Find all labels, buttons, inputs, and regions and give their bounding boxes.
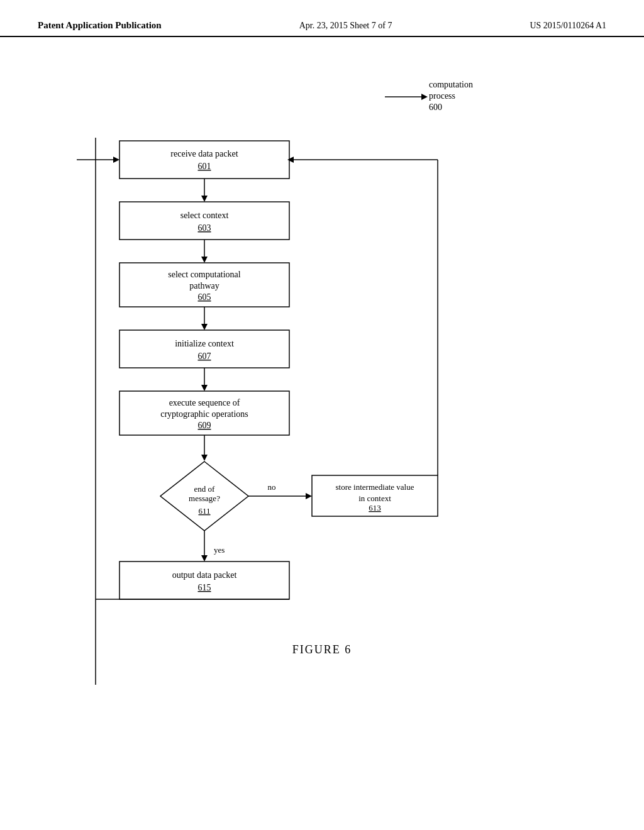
- box-601-text: receive data packet: [170, 149, 238, 158]
- computation-process-number: 600: [429, 102, 442, 112]
- box-601-rect: [119, 141, 289, 179]
- header-publication-type: Patent Application Publication: [38, 20, 162, 31]
- box-605-label: 605: [198, 292, 211, 302]
- box-603-text: select context: [180, 211, 229, 220]
- arrow-609-611-head: [201, 455, 208, 461]
- diamond-611-label: 611: [198, 506, 210, 516]
- diamond-611-text2: message?: [189, 494, 220, 503]
- box-605-text2: pathway: [189, 281, 219, 290]
- diagram-content: computation process 600 receive data pac…: [0, 37, 644, 741]
- box-603-rect: [119, 202, 289, 240]
- diamond-611-text1: end of: [194, 484, 216, 494]
- no-arrowhead: [306, 493, 312, 499]
- flowchart-svg: computation process 600 receive data pac…: [39, 50, 605, 729]
- box-615-text: output data packet: [172, 570, 237, 580]
- process-label-arrowhead: [421, 94, 428, 100]
- header-patent-number: US 2015/0110264 A1: [530, 21, 606, 31]
- page-header: Patent Application Publication Apr. 23, …: [0, 0, 644, 37]
- box-615-label: 615: [198, 583, 211, 592]
- arrow-603-605-head: [201, 257, 208, 263]
- figure-caption: FIGURE 6: [292, 643, 352, 656]
- computation-process-label2: process: [429, 91, 455, 101]
- header-date-sheet: Apr. 23, 2015 Sheet 7 of 7: [299, 21, 392, 31]
- box-609-text1: execute sequence of: [169, 398, 240, 407]
- computation-process-label: computation: [429, 80, 473, 89]
- yes-label: yes: [214, 545, 225, 555]
- box-613-text2: in context: [358, 494, 391, 503]
- yes-arrowhead: [201, 555, 208, 562]
- arrow-607-609-head: [201, 385, 208, 391]
- no-label: no: [268, 482, 276, 492]
- box-607-text: initialize context: [175, 339, 234, 348]
- box-601-label: 601: [198, 162, 211, 171]
- box-609-text2: cryptographic operations: [160, 409, 248, 419]
- box-605-text1: select computational: [168, 270, 241, 279]
- entry-arrowhead: [113, 157, 119, 163]
- box-607-label: 607: [198, 351, 211, 361]
- box-613-text1: store intermediate value: [336, 482, 414, 492]
- box-609-label: 609: [198, 421, 211, 430]
- box-615-rect: [119, 562, 289, 599]
- box-607-rect: [119, 330, 289, 368]
- arrow-601-603-head: [201, 196, 208, 202]
- box-603-label: 603: [198, 223, 211, 233]
- box-613-label: 613: [369, 503, 381, 512]
- arrow-605-607-head: [201, 324, 208, 330]
